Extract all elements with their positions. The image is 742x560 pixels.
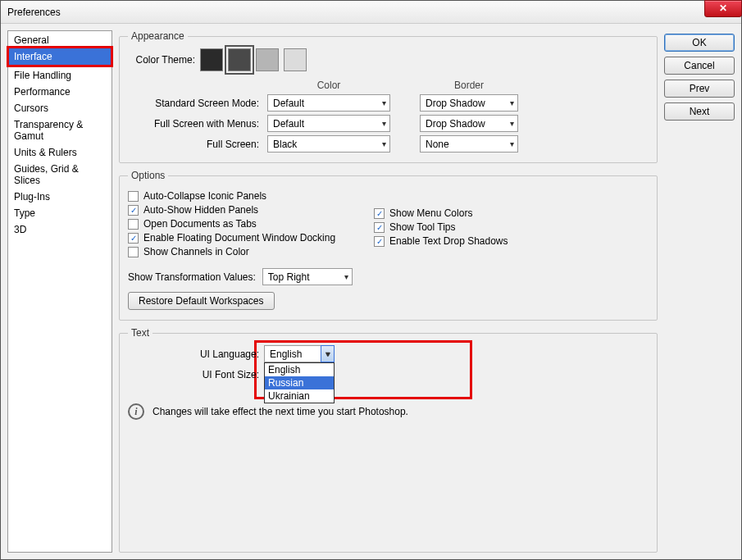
action-buttons: OK Cancel Prev Next bbox=[664, 30, 735, 553]
sidebar-item-cursors[interactable]: Cursors bbox=[9, 100, 111, 116]
sidebar-item-file-handling[interactable]: File Handling bbox=[9, 67, 111, 84]
restore-workspaces-button[interactable]: Restore Default Workspaces bbox=[128, 292, 275, 310]
color-header: Color bbox=[267, 80, 390, 91]
full-screen-border-combo[interactable]: None bbox=[420, 135, 518, 153]
sidebar-item-guides-grid-slices[interactable]: Guides, Grid & Slices bbox=[9, 161, 111, 189]
chevron-down-icon[interactable]: ▼ bbox=[321, 345, 335, 362]
lang-option-russian[interactable]: Russian bbox=[265, 376, 334, 389]
category-sidebar: General Interface File Handling Performa… bbox=[7, 30, 112, 553]
ui-font-size-label: UI Font Size: bbox=[152, 369, 259, 380]
screen-mode-grid: Color Border Standard Screen Mode: Defau… bbox=[128, 80, 649, 153]
opt-menu-colors[interactable]: ✓Show Menu Colors bbox=[374, 207, 649, 219]
full-screen-color-combo[interactable]: Black bbox=[267, 135, 390, 153]
prev-button[interactable]: Prev bbox=[664, 80, 735, 98]
sidebar-item-units-rulers[interactable]: Units & Rulers bbox=[9, 144, 111, 161]
color-theme-label: Color Theme: bbox=[128, 54, 195, 66]
opt-channels-color[interactable]: Show Channels in Color bbox=[128, 246, 341, 257]
opt-auto-collapse[interactable]: Auto-Collapse Iconic Panels bbox=[128, 190, 341, 202]
opt-auto-show[interactable]: ✓Auto-Show Hidden Panels bbox=[128, 204, 341, 216]
full-screen-menus-label: Full Screen with Menus: bbox=[128, 118, 259, 130]
sidebar-highlight: Interface bbox=[7, 46, 113, 67]
show-tv-label: Show Transformation Values: bbox=[128, 271, 256, 283]
full-screen-label: Full Screen: bbox=[128, 139, 259, 150]
options-group: Options Auto-Collapse Iconic Panels ✓Aut… bbox=[119, 170, 658, 321]
opt-tool-tips[interactable]: ✓Show Tool Tips bbox=[374, 221, 649, 233]
ui-language-dropdown-list: English Russian Ukrainian bbox=[264, 362, 335, 403]
opt-floating-dock[interactable]: ✓Enable Floating Document Window Docking bbox=[128, 232, 341, 244]
info-icon: i bbox=[128, 403, 144, 420]
sidebar-item-plug-ins[interactable]: Plug-Ins bbox=[9, 189, 111, 205]
border-header: Border bbox=[420, 80, 518, 91]
restart-notice: Changes will take effect the next time y… bbox=[152, 406, 408, 417]
next-button[interactable]: Next bbox=[664, 102, 735, 121]
text-legend: Text bbox=[128, 327, 152, 339]
opt-open-tabs[interactable]: Open Documents as Tabs bbox=[128, 218, 341, 230]
standard-screen-color-combo[interactable]: Default bbox=[267, 94, 390, 112]
full-screen-menus-color-combo[interactable]: Default bbox=[267, 115, 390, 132]
ui-language-label: UI Language: bbox=[152, 348, 259, 360]
ui-language-combo[interactable]: English ▼ English Russian Ukrainian bbox=[264, 345, 335, 362]
main-panel: Appearance Color Theme: Color Border Sta… bbox=[119, 30, 658, 553]
sidebar-item-3d[interactable]: 3D bbox=[9, 221, 111, 238]
window-title: Preferences bbox=[7, 7, 61, 18]
theme-swatch-3[interactable] bbox=[256, 48, 279, 71]
preferences-window: Preferences ✕ General Interface File Han… bbox=[0, 0, 742, 560]
options-legend: Options bbox=[128, 170, 168, 181]
standard-screen-border-combo[interactable]: Drop Shadow bbox=[420, 94, 518, 112]
theme-swatch-4[interactable] bbox=[284, 48, 307, 71]
color-theme-row: Color Theme: bbox=[128, 48, 649, 71]
standard-screen-label: Standard Screen Mode: bbox=[128, 98, 259, 109]
appearance-group: Appearance Color Theme: Color Border Sta… bbox=[119, 30, 658, 163]
text-group: Text UI Language: English ▼ English Russ… bbox=[119, 327, 658, 553]
titlebar[interactable]: Preferences ✕ bbox=[1, 1, 741, 24]
full-screen-menus-border-combo[interactable]: Drop Shadow bbox=[420, 115, 518, 132]
close-button[interactable]: ✕ bbox=[704, 0, 742, 17]
sidebar-item-type[interactable]: Type bbox=[9, 205, 111, 221]
theme-swatch-1[interactable] bbox=[200, 48, 223, 71]
sidebar-item-interface[interactable]: Interface bbox=[9, 48, 111, 65]
appearance-legend: Appearance bbox=[128, 30, 188, 42]
theme-swatch-2[interactable] bbox=[228, 48, 251, 71]
cancel-button[interactable]: Cancel bbox=[664, 57, 735, 75]
opt-text-shadows[interactable]: ✓Enable Text Drop Shadows bbox=[374, 235, 649, 247]
lang-option-ukrainian[interactable]: Ukrainian bbox=[265, 389, 334, 403]
lang-option-english[interactable]: English bbox=[265, 363, 334, 376]
show-tv-combo[interactable]: Top Right bbox=[262, 268, 353, 285]
sidebar-item-transparency-gamut[interactable]: Transparency & Gamut bbox=[9, 116, 111, 144]
body: General Interface File Handling Performa… bbox=[1, 24, 741, 559]
ok-button[interactable]: OK bbox=[664, 34, 735, 52]
sidebar-item-performance[interactable]: Performance bbox=[9, 84, 111, 100]
